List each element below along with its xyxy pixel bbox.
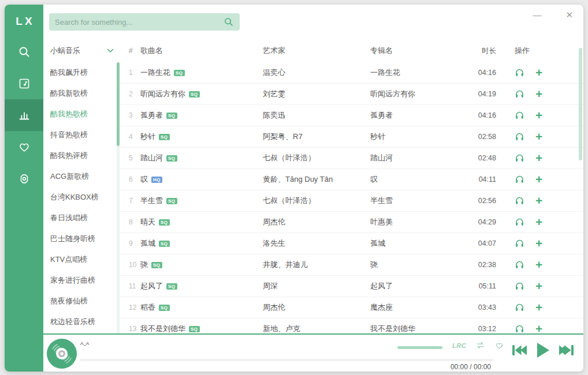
app-logo: LX [5, 5, 43, 36]
board-item[interactable]: 台湾KKBOX榜 [43, 187, 120, 208]
volume-slider[interactable] [397, 346, 442, 349]
board-item[interactable]: 春日浅唱榜 [43, 208, 120, 228]
board-item[interactable]: 酷我飙升榜 [43, 62, 120, 83]
board-item[interactable]: 抖音热歌榜 [43, 125, 120, 145]
board-item[interactable]: KTV点唱榜 [43, 249, 120, 270]
board-item[interactable]: 巴士随身听榜 [43, 228, 120, 249]
song-row[interactable]: 8晴天SQ周杰伦叶惠美04:29+ [120, 212, 583, 233]
song-table-scrollbar[interactable] [579, 48, 582, 160]
song-row[interactable]: 3孤勇者SQ陈奕迅孤勇者04:16+ [120, 105, 583, 126]
listen-button[interactable] [515, 89, 524, 99]
headphone-icon [515, 217, 524, 227]
quality-badge: SQ [174, 70, 185, 76]
song-title-cell: 半生雪SQ [140, 196, 263, 206]
song-row[interactable]: 10骁SQ井胧、井迪儿骁02:38+ [120, 254, 583, 276]
song-row[interactable]: 4秒针SQ阿梨粤、R7秒针02:58+ [120, 126, 583, 148]
album-disc-icon[interactable] [46, 337, 78, 372]
listen-button[interactable] [515, 111, 524, 120]
listen-button[interactable] [515, 239, 524, 248]
minimize-button[interactable]: — [533, 10, 541, 19]
listen-button[interactable] [515, 324, 524, 333]
quality-badge: SQ [159, 241, 170, 247]
source-select[interactable]: 小蜗音乐 [43, 39, 120, 62]
player-bar: ^-^ LRC 00:00 / 00:00 [43, 333, 583, 372]
song-actions: + [496, 110, 583, 121]
song-row[interactable]: 5踏山河SQ七叔（叶泽浩）踏山河02:48+ [120, 148, 583, 169]
heart-mode-icon[interactable] [494, 341, 504, 350]
song-actions: + [496, 302, 583, 313]
listen-button[interactable] [515, 282, 524, 291]
plus-icon: + [535, 88, 542, 100]
add-button[interactable]: + [535, 258, 542, 271]
quality-badge: SQ [166, 198, 177, 204]
listen-button[interactable] [515, 217, 524, 227]
close-button[interactable]: ✕ [565, 10, 573, 19]
add-button[interactable]: + [535, 130, 542, 142]
add-button[interactable]: + [535, 237, 542, 249]
search-input[interactable] [55, 18, 224, 27]
song-row[interactable]: 13我不是刘德华SQ新地、卢克我不是刘德华03:12+ [120, 318, 583, 333]
progress-bar[interactable] [80, 359, 494, 361]
song-row[interactable]: 7半生雪SQ七叔（叶泽浩）半生雪02:56+ [120, 190, 583, 212]
song-index: 9 [120, 239, 140, 247]
add-button[interactable]: + [535, 322, 542, 334]
add-button[interactable]: + [535, 109, 542, 121]
song-row[interactable]: 11起风了SQ周深起风了05:11+ [120, 276, 583, 297]
play-button[interactable] [535, 342, 550, 359]
song-actions: + [496, 196, 583, 207]
add-button[interactable]: + [535, 301, 542, 313]
add-button[interactable]: + [535, 173, 542, 185]
song-title: 骁 [140, 260, 148, 270]
song-title-cell: 稻香SQ [140, 302, 263, 313]
board-item[interactable]: 酷我新歌榜 [43, 83, 120, 104]
previous-button[interactable] [511, 343, 528, 358]
board-item[interactable]: 酷我热歌榜 [43, 104, 120, 125]
song-artist: 刘艺雯 [263, 89, 370, 99]
listen-button[interactable] [515, 68, 524, 77]
song-row[interactable]: 12稻香SQ周杰伦魔杰座03:43+ [120, 297, 583, 318]
repeat-icon[interactable] [475, 341, 485, 350]
add-button[interactable]: + [535, 66, 542, 78]
song-index: 10 [120, 261, 140, 269]
song-row[interactable]: 9孤城SQ洛先生孤城04:07+ [120, 233, 583, 254]
add-button[interactable]: + [535, 88, 542, 100]
song-row[interactable]: 2听闻远方有你SQ刘艺雯听闻远方有你04:19+ [120, 84, 583, 105]
board-item[interactable]: ACG新歌榜 [43, 166, 120, 187]
add-button[interactable]: + [535, 194, 542, 207]
time-display: 00:00 / 00:00 [451, 363, 491, 371]
player-status-text: ^-^ [80, 341, 89, 349]
headphone-icon [515, 68, 524, 77]
add-button[interactable]: + [535, 280, 542, 292]
add-button[interactable]: + [535, 152, 542, 164]
song-duration: 02:38 [458, 261, 496, 269]
board-item[interactable]: 酷我热评榜 [43, 145, 120, 166]
board-item[interactable]: 家务进行曲榜 [43, 270, 120, 291]
listen-button[interactable] [515, 175, 524, 184]
song-title-cell: 孤城SQ [140, 238, 263, 249]
add-button[interactable]: + [535, 216, 542, 228]
board-item[interactable]: 枕边轻音乐榜 [43, 312, 120, 332]
board-list: 酷我飙升榜酷我新歌榜酷我热歌榜抖音热歌榜酷我热评榜ACG新歌榜台湾KKBOX榜春… [43, 62, 120, 332]
board-item[interactable]: 熬夜修仙榜 [43, 291, 120, 312]
search-submit-icon[interactable] [224, 17, 234, 27]
song-title-cell: 孤勇者SQ [140, 110, 263, 121]
main-area: — ✕ 小蜗音乐 酷我飙升榜酷我新歌榜酷我热歌榜抖音热歌榜酷我热评榜ACG新歌榜… [43, 5, 583, 372]
sidebar-item-search[interactable] [5, 36, 43, 68]
song-row[interactable]: 6叹HQ黄龄、Tăng Duy Tân叹04:11+ [120, 169, 583, 190]
listen-button[interactable] [515, 196, 524, 205]
sidebar-item-songlist[interactable] [5, 68, 43, 99]
sidebar-item-favorites[interactable] [5, 131, 43, 163]
song-artist: 周杰伦 [263, 302, 370, 313]
listen-button[interactable] [515, 303, 524, 312]
listen-button[interactable] [515, 260, 524, 269]
desktop-lyric-icon[interactable]: LRC [452, 342, 466, 349]
listen-button[interactable] [515, 132, 524, 141]
listen-button[interactable] [515, 153, 524, 163]
next-button[interactable] [558, 343, 575, 358]
sidebar-item-settings[interactable] [5, 163, 43, 194]
sidebar-item-leaderboard[interactable] [5, 99, 43, 131]
song-row[interactable]: 1一路生花SQ温奕心一路生花04:16+ [120, 62, 583, 84]
plus-icon: + [535, 216, 542, 228]
plus-icon: + [535, 237, 542, 249]
song-title-cell: 听闻远方有你SQ [140, 89, 263, 99]
